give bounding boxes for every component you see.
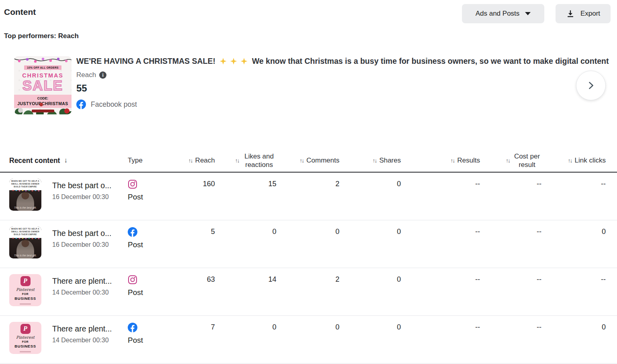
table-row[interactable]: WHEN WE GET TO HELP A SMALL BUSINESS OWN… (0, 220, 617, 268)
likes-value: 0 (215, 220, 276, 236)
cost-per-result-value: -- (480, 268, 541, 284)
post-thumbnail: P Pinterest FOR BUSINESS (9, 322, 41, 354)
content-cell: WHEN WE GET TO HELP A SMALL BUSINESS OWN… (9, 173, 128, 211)
sparkle-icons (219, 57, 248, 65)
reach-value: 63 (168, 268, 215, 284)
column-header-reach[interactable]: ↑↓ Reach (168, 157, 215, 165)
sort-icon: ↑↓ (372, 157, 376, 164)
metric-label-row: Reach i (76, 71, 617, 79)
column-header-link-clicks[interactable]: ↑↓ Link clicks (541, 157, 606, 165)
post-date: 16 December 00:30 (52, 241, 111, 248)
column-header-recent-content[interactable]: Recent content ↓ (9, 157, 128, 165)
chevron-down-icon (525, 12, 531, 15)
likes-value: 15 (215, 173, 276, 188)
reach-value: 5 (168, 220, 215, 236)
sort-descending-icon: ↓ (64, 157, 67, 165)
instagram-icon (128, 179, 168, 189)
column-header-results[interactable]: ↑↓ Results (401, 157, 480, 165)
string-lights-decoration (12, 238, 14, 239)
post-thumbnail: WHEN WE GET TO HELP A SMALL BUSINESS OWN… (9, 179, 41, 211)
type-cell: Post (128, 268, 168, 297)
sparkle-icon (240, 57, 248, 65)
red-bauble-decoration (64, 108, 69, 114)
download-icon (566, 9, 575, 18)
metric-value: 55 (76, 83, 617, 94)
post-date: 16 December 00:30 (52, 193, 111, 201)
column-header-comments[interactable]: ↑↓ Comments (276, 157, 339, 165)
cost-per-result-value: -- (480, 173, 541, 188)
type-cell: Post (128, 173, 168, 201)
comments-value: 0 (276, 316, 339, 331)
table-header: Recent content ↓ Type ↑↓ Reach ↑↓ Likes … (0, 149, 617, 173)
column-header-likes[interactable]: ↑↓ Likes and reactions (215, 152, 276, 169)
content-cell: WHEN WE GET TO HELP A SMALL BUSINESS OWN… (9, 268, 128, 306)
column-header-shares[interactable]: ↑↓ Shares (339, 157, 401, 165)
export-label: Export (580, 10, 600, 18)
content-insights-page: Content Ads and Posts Export Top perform… (0, 0, 617, 364)
type-cell: Post (128, 316, 168, 345)
export-button[interactable]: Export (556, 4, 611, 23)
info-icon[interactable]: i (99, 71, 106, 79)
instagram-icon (128, 275, 168, 285)
page-title: Content (4, 7, 36, 17)
shares-value: 0 (339, 220, 401, 236)
silver-ornament-decoration (18, 108, 23, 113)
post-title: There are plent... (52, 277, 112, 286)
table-row[interactable]: WHEN WE GET TO HELP A SMALL BUSINESS OWN… (0, 268, 617, 316)
column-header-cost-per-result[interactable]: ↑↓ Cost per result (480, 152, 541, 169)
comments-value: 2 (276, 268, 339, 284)
next-top-performer-button[interactable] (576, 71, 606, 100)
post-title: The best part o... (52, 181, 111, 190)
sparkle-icon (230, 57, 237, 65)
link-clicks-value: -- (541, 268, 606, 284)
facebook-icon (128, 323, 168, 332)
post-thumbnail: WHEN WE GET TO HELP A SMALL BUSINESS OWN… (9, 226, 41, 258)
post-type-label: Post (128, 288, 168, 297)
string-lights-decoration (12, 190, 14, 191)
results-value: -- (401, 220, 480, 236)
metric-label: Reach (76, 71, 96, 79)
results-value: -- (401, 173, 480, 188)
reach-value: 160 (168, 173, 215, 188)
pinterest-icon: P (20, 276, 31, 286)
toolbar: Ads and Posts Export (462, 4, 611, 23)
website-pill-decoration (32, 110, 54, 112)
facebook-icon (76, 100, 86, 109)
shares-value: 0 (339, 268, 401, 284)
likes-value: 0 (215, 316, 276, 331)
link-clicks-value: 0 (541, 316, 606, 331)
top-performer-details: WE'RE HAVING A CHRISTMAS SALE! We know t… (76, 57, 617, 109)
post-title: The best part o... (52, 229, 111, 238)
pinterest-icon: P (20, 324, 31, 334)
channel-row: Facebook post (76, 100, 617, 109)
post-date: 14 December 00:30 (52, 289, 112, 296)
cost-per-result-value: -- (480, 220, 541, 236)
sort-icon: ↑↓ (506, 157, 510, 164)
post-headline: WE'RE HAVING A CHRISTMAS SALE! We know t… (76, 57, 617, 66)
link-clicks-value: -- (541, 173, 606, 188)
post-type-label: Post (128, 193, 168, 201)
post-title: There are plent... (52, 324, 112, 333)
thumbnail-offer-ribbon: 10% OFF ALL ORDERS (24, 65, 61, 70)
table-row[interactable]: WHEN WE GET TO HELP A SMALL BUSINESS OWN… (0, 173, 617, 220)
thumbnail-subtitle: SALE (22, 79, 63, 92)
chevron-right-icon (585, 80, 597, 91)
tiny-handle-decoration (20, 303, 31, 305)
channel-label: Facebook post (91, 100, 137, 109)
christmas-lights-icon (14, 56, 72, 65)
sort-icon: ↑↓ (568, 157, 572, 164)
shares-value: 0 (339, 316, 401, 331)
table-row[interactable]: WHEN WE GET TO HELP A SMALL BUSINESS OWN… (0, 316, 617, 364)
comments-value: 0 (276, 220, 339, 236)
post-type-label: Post (128, 240, 168, 249)
link-clicks-value: 0 (541, 220, 606, 236)
top-performer-thumbnail[interactable]: 10% OFF ALL ORDERS CHRISTMAS SALE CODE: … (14, 56, 72, 114)
post-type-label: Post (128, 336, 168, 345)
ads-and-posts-dropdown[interactable]: Ads and Posts (462, 4, 544, 23)
sort-icon: ↑↓ (235, 157, 239, 164)
sort-icon: ↑↓ (450, 157, 454, 164)
type-cell: Post (128, 220, 168, 249)
post-date: 14 December 00:30 (52, 337, 112, 344)
comments-value: 2 (276, 173, 339, 188)
facebook-icon (128, 227, 168, 237)
